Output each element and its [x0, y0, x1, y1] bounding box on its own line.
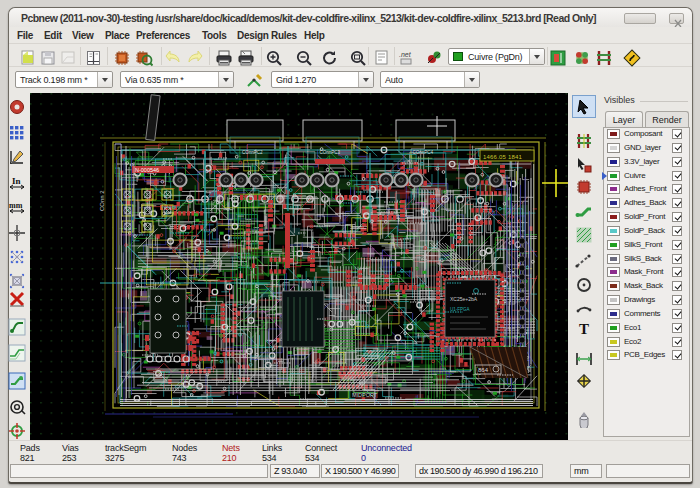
svg-text:COnnPC3: COnnPC3 — [320, 150, 341, 155]
svg-text:1466.05 1841: 1466.05 1841 — [483, 154, 523, 160]
svg-text:MIDPORT: MIDPORT — [352, 392, 378, 398]
svg-text:COnnPC2: COnnPC2 — [242, 150, 263, 155]
svg-text:.net: .net — [399, 51, 412, 58]
svg-text:In: In — [12, 176, 21, 186]
svg-text:COnnPC4: COnnPC4 — [413, 150, 434, 155]
svg-text:864: 864 — [478, 367, 489, 373]
svg-text:XC25e+2bA: XC25e+2bA — [450, 296, 478, 302]
svg-text:N-000546: N-000546 — [135, 167, 159, 173]
svg-text:U1-FPGA: U1-FPGA — [450, 307, 470, 312]
svg-text:T: T — [579, 321, 589, 337]
svg-text:COnn 2: COnn 2 — [99, 190, 105, 211]
svg-text:mm: mm — [9, 201, 23, 210]
